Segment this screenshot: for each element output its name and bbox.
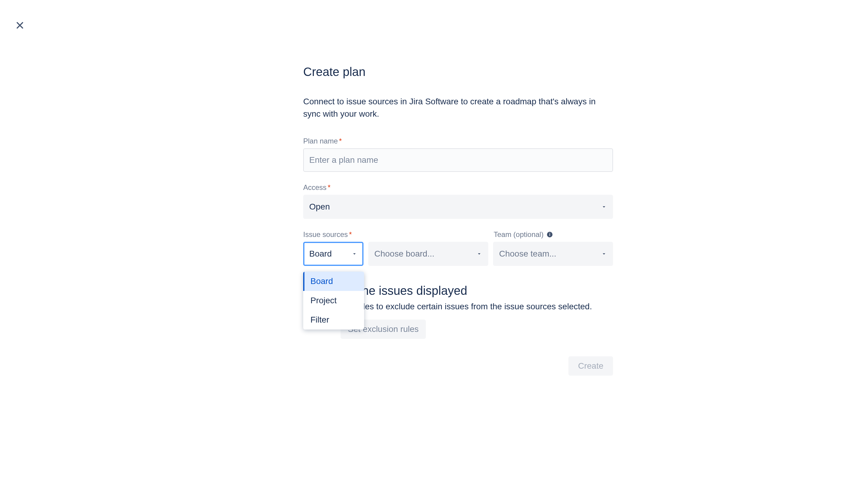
create-plan-form: Create plan Connect to issue sources in … — [303, 65, 613, 376]
access-label: Access * — [303, 183, 613, 192]
issue-sources-labels-row: Issue sources * Team (optional) — [303, 230, 613, 242]
issue-source-value-select[interactable]: Choose board... — [368, 242, 488, 266]
plan-name-label-text: Plan name — [303, 137, 338, 145]
issue-sources-label: Issue sources * — [303, 230, 489, 239]
access-label-text: Access — [303, 183, 326, 192]
svg-point-2 — [550, 233, 550, 233]
refine-description: Set rules to exclude certain issues from… — [341, 301, 613, 312]
form-footer: Create — [303, 356, 613, 376]
access-value: Open — [309, 202, 330, 211]
page-title: Create plan — [303, 65, 613, 79]
chevron-down-icon — [601, 204, 607, 210]
page-description: Connect to issue sources in Jira Softwar… — [303, 96, 613, 120]
required-marker: * — [349, 230, 352, 239]
team-label: Team (optional) — [494, 230, 613, 239]
chevron-down-icon — [476, 251, 482, 257]
dropdown-option-board[interactable]: Board — [303, 272, 364, 291]
issue-sources-label-text: Issue sources — [303, 230, 348, 239]
refine-content: Refine issues displayed Set rules to exc… — [341, 284, 613, 339]
info-icon — [546, 231, 553, 238]
dropdown-option-project[interactable]: Project — [303, 291, 364, 310]
team-label-text: Team (optional) — [494, 230, 543, 239]
access-group: Access * Open — [303, 183, 613, 219]
required-marker: * — [339, 137, 342, 145]
plan-name-label: Plan name * — [303, 137, 613, 145]
dropdown-option-filter[interactable]: Filter — [303, 310, 364, 329]
plan-name-input[interactable] — [303, 148, 613, 172]
issue-source-type-value: Board — [309, 249, 332, 259]
chevron-down-icon — [601, 251, 607, 257]
issue-source-type-select[interactable]: Board — [303, 242, 363, 266]
chevron-down-icon — [351, 251, 358, 257]
team-select[interactable]: Choose team... — [493, 242, 613, 266]
issue-source-value-placeholder: Choose board... — [374, 249, 434, 259]
svg-rect-1 — [550, 234, 550, 236]
access-select[interactable]: Open — [303, 195, 613, 219]
close-icon — [15, 20, 25, 31]
required-marker: * — [328, 183, 330, 192]
close-button[interactable] — [13, 18, 27, 33]
issue-sources-group: Issue sources * Team (optional) Board — [303, 230, 613, 266]
create-button[interactable]: Create — [569, 356, 613, 376]
team-placeholder: Choose team... — [499, 249, 556, 259]
issue-sources-row: Board Choose board... Choose team... Boa… — [303, 242, 613, 266]
plan-name-group: Plan name * — [303, 137, 613, 172]
issue-source-type-dropdown: Board Project Filter — [303, 272, 364, 329]
refine-title: Refine issues displayed — [341, 284, 613, 297]
